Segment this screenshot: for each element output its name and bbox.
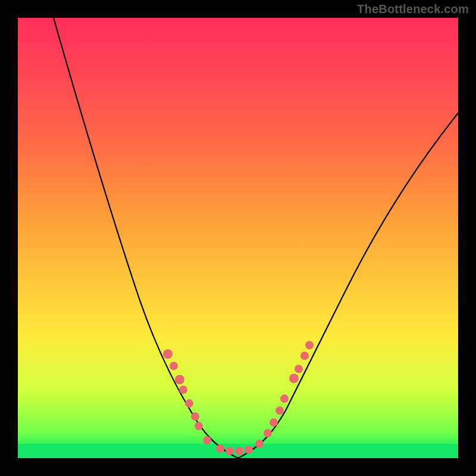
data-marker (275, 406, 284, 415)
data-marker (185, 399, 193, 408)
left-curve (54, 18, 238, 458)
data-marker (163, 349, 173, 359)
right-curve (238, 113, 458, 458)
data-marker (295, 365, 303, 373)
data-marker (195, 422, 203, 430)
data-marker (179, 386, 187, 394)
data-marker (203, 436, 211, 444)
data-marker (280, 394, 289, 403)
data-marker (170, 362, 178, 370)
data-marker (264, 429, 272, 437)
data-marker (300, 352, 309, 360)
plot-area (18, 18, 458, 458)
chart-frame: TheBottleneck.com (0, 0, 476, 476)
data-marker (216, 444, 224, 453)
curve-layer (18, 18, 458, 458)
data-marker (235, 447, 243, 455)
data-marker (255, 440, 264, 448)
data-marker (175, 375, 184, 384)
data-marker (245, 446, 253, 454)
data-marker (191, 412, 199, 421)
data-marker (305, 341, 314, 349)
data-marker (270, 418, 278, 427)
data-marker (226, 447, 234, 455)
data-marker (289, 374, 299, 383)
watermark-text: TheBottleneck.com (357, 2, 469, 16)
